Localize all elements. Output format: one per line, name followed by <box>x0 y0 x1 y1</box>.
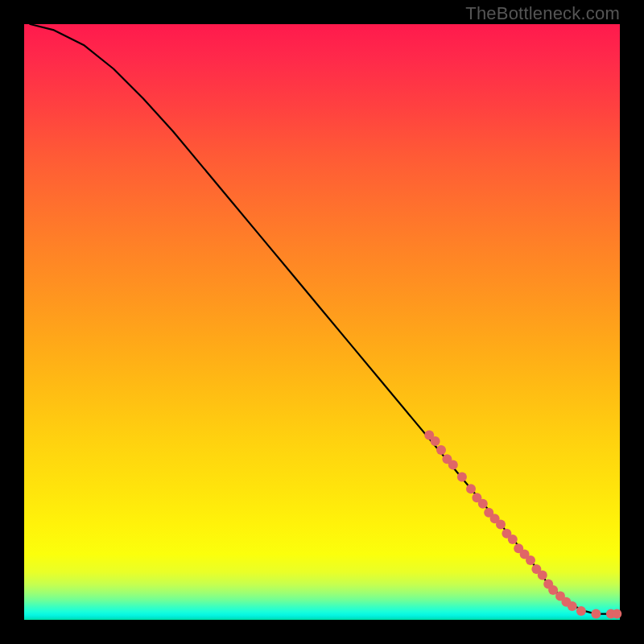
scatter-markers <box>424 431 621 619</box>
scatter-point <box>576 606 586 616</box>
chart-frame: TheBottleneck.com <box>0 0 644 644</box>
scatter-point <box>478 499 488 509</box>
scatter-point <box>568 601 577 611</box>
curve-line <box>30 24 620 614</box>
watermark-text: TheBottleneck.com <box>465 3 620 24</box>
scatter-point <box>526 555 535 565</box>
scatter-point <box>496 520 506 530</box>
plot-area <box>24 24 620 620</box>
scatter-point <box>466 484 476 493</box>
chart-svg <box>24 24 620 620</box>
scatter-point <box>612 609 621 619</box>
scatter-point <box>508 535 518 544</box>
scatter-point <box>457 472 467 481</box>
scatter-point <box>448 460 458 470</box>
scatter-point <box>436 445 446 455</box>
scatter-point <box>538 571 547 580</box>
scatter-point <box>431 436 440 446</box>
scatter-point <box>591 609 601 619</box>
